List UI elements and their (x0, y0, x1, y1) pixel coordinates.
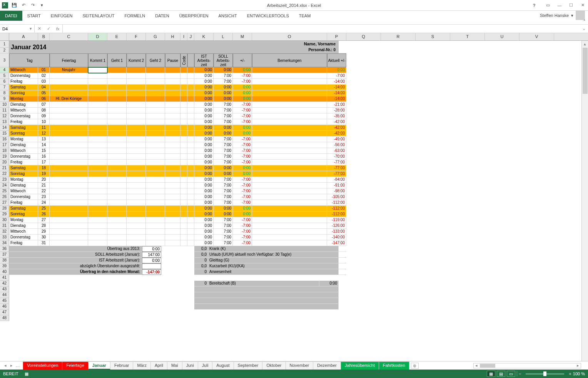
data-row[interactable]: Donnerstag160:007:00-7:00-70:00 (9, 154, 346, 160)
page-break-view-icon[interactable]: ▭ (507, 371, 515, 377)
col-header-H[interactable]: H (165, 33, 180, 40)
col-header-U[interactable]: U (485, 33, 520, 40)
ribbon-tab-team[interactable]: TEAM (294, 11, 316, 21)
row-header-8[interactable]: 8 (0, 90, 9, 96)
data-row[interactable]: Samstag180:000:000:00-77:00 (9, 165, 346, 171)
undo-icon[interactable]: ↶ (19, 1, 28, 10)
data-row[interactable]: Dienstag070:007:00-7:00-21:00 (9, 102, 346, 108)
row-header-29[interactable]: 29 (0, 211, 9, 217)
data-row[interactable]: Sonntag050:000:000:00-14:00 (9, 90, 346, 96)
add-sheet-button[interactable]: ⊕ (411, 363, 419, 369)
sheet-tab-mai[interactable]: Mai (167, 361, 182, 370)
data-row[interactable]: Mittwoch080:007:00-7:00-28:00 (9, 108, 346, 113)
save-icon[interactable]: 💾 (10, 1, 18, 10)
row-header-16[interactable]: 16 (0, 137, 9, 142)
ribbon-tab-einfügen[interactable]: EINFÜGEN (46, 11, 78, 21)
row-header-22[interactable]: 22 (0, 171, 9, 177)
horizontal-scrollbar[interactable]: ◂ ▸ (473, 363, 581, 368)
redo-icon[interactable]: ↷ (28, 1, 37, 10)
sheet-tab-jahresübersicht[interactable]: Jahresübersicht (341, 361, 379, 370)
sheet-tab-oktober[interactable]: Oktober (262, 361, 286, 370)
sheet-tab-märz[interactable]: März (133, 361, 150, 370)
data-row[interactable]: Freitag310:007:00-7:00-147:00 (9, 240, 346, 246)
worksheet-grid[interactable]: ABCDEFGHIJKLMOPQRSTUV 123456789101112131… (0, 33, 588, 361)
row-header-23[interactable]: 23 (0, 177, 9, 183)
row-header-7[interactable]: 7 (0, 85, 9, 90)
ribbon-tab-daten[interactable]: DATEN (150, 11, 174, 21)
row-header-17[interactable]: 17 (0, 142, 9, 148)
hscroll-right-icon[interactable]: ▸ (575, 363, 581, 368)
zoom-slider[interactable] (526, 373, 564, 375)
sheet-tab-august[interactable]: August (212, 361, 234, 370)
data-row[interactable]: Dienstag280:007:00-7:00-126:00 (9, 223, 346, 229)
row-header-40[interactable]: 40 (0, 269, 9, 275)
row-header-12[interactable]: 12 (0, 113, 9, 119)
col-header-D[interactable]: D (88, 33, 107, 40)
ribbon-tab-ansicht[interactable]: ANSICHT (213, 11, 242, 21)
cancel-formula-icon[interactable]: ✕ (35, 26, 44, 31)
data-row[interactable]: Sonntag190:000:000:00-77:00 (9, 171, 346, 177)
fx-icon[interactable]: fx (53, 27, 62, 31)
ribbon-tab-seitenlayout[interactable]: SEITENLAYOUT (77, 11, 119, 21)
col-header-Q[interactable]: Q (346, 33, 381, 40)
row-header-46[interactable]: 46 (0, 304, 9, 310)
row-header-10[interactable]: 10 (0, 102, 9, 108)
row-header-15[interactable]: 15 (0, 131, 9, 137)
row-header-37[interactable]: 37 (0, 252, 9, 258)
ribbon-display-icon[interactable]: ▭ (543, 1, 553, 10)
row-header-21[interactable]: 21 (0, 165, 9, 171)
name-box-dropdown-icon[interactable]: ▾ (30, 26, 32, 31)
row-header-3[interactable]: 3 (0, 53, 9, 67)
page-layout-view-icon[interactable]: ▤ (497, 371, 505, 377)
row-header-13[interactable]: 13 (0, 119, 9, 125)
tab-nav-menu-icon[interactable]: … (15, 363, 21, 368)
formula-input[interactable]: ⌄ (63, 25, 588, 33)
col-header-O[interactable]: O (252, 33, 327, 40)
data-row[interactable]: Sonntag120:000:000:00-42:00 (9, 131, 346, 137)
summary-value[interactable] (142, 263, 161, 269)
row-header-47[interactable]: 47 (0, 310, 9, 315)
row-header-36[interactable]: 36 (0, 246, 9, 252)
data-row[interactable]: Montag270:007:00-7:00-119:00 (9, 217, 346, 223)
row-header-6[interactable]: 6 (0, 79, 9, 85)
row-header-39[interactable]: 39 (0, 263, 9, 269)
data-row[interactable]: Mittwoch220:007:00-7:00-98:00 (9, 188, 346, 194)
active-cell[interactable] (88, 67, 107, 73)
name-box[interactable]: D4 ▾ (0, 25, 35, 33)
sheet-tab-april[interactable]: April (150, 361, 167, 370)
user-account[interactable]: Steffen Hanske▾ (540, 11, 585, 20)
row-header-43[interactable]: 43 (0, 286, 9, 292)
summary-value[interactable]: 0:00 (142, 246, 161, 252)
data-row[interactable]: Freitag170:007:00-7:00-77:00 (9, 160, 346, 165)
sheet-tab-voreinstellungen[interactable]: Voreinstellungen (23, 361, 62, 370)
zoom-in-icon[interactable]: + (569, 371, 571, 376)
tab-nav-next-icon[interactable]: ▸ (8, 363, 15, 368)
ribbon-tab-überprüfen[interactable]: ÜBERPRÜFEN (174, 11, 214, 21)
row-header-14[interactable]: 14 (0, 125, 9, 131)
help-icon[interactable]: ? (529, 1, 540, 10)
data-row[interactable]: Samstag040:000:000:00-14:00 (9, 85, 346, 90)
data-row[interactable]: Mittwoch150:007:00-7:00-63:00 (9, 148, 346, 154)
row-header-32[interactable]: 32 (0, 229, 9, 235)
row-header-25[interactable]: 25 (0, 188, 9, 194)
ribbon-tab-start[interactable]: START (22, 11, 46, 21)
row-header-42[interactable]: 42 (0, 281, 9, 286)
col-header-F[interactable]: F (127, 33, 146, 40)
row-header-45[interactable]: 45 (0, 298, 9, 304)
row-header-48[interactable]: 48 (0, 315, 9, 321)
sheet-tab-dezember[interactable]: Dezember (313, 361, 341, 370)
col-header-R[interactable]: R (381, 33, 416, 40)
expand-formula-icon[interactable]: ⌄ (582, 26, 586, 31)
data-row[interactable]: Montag200:007:00-7:00-84:00 (9, 177, 346, 183)
data-row[interactable]: Donnerstag020:007:00-7:00-7:00 (9, 73, 346, 79)
row-header-30[interactable]: 30 (0, 217, 9, 223)
data-row[interactable]: Samstag110:000:000:00-42:00 (9, 125, 346, 131)
excel-app-icon[interactable] (1, 1, 9, 10)
col-header-S[interactable]: S (416, 33, 450, 40)
sheet-tab-fahrtkosten[interactable]: Fahrtkosten (379, 361, 409, 370)
col-header-A[interactable]: A (9, 33, 38, 40)
tab-nav-prev-icon[interactable]: ◂ (2, 363, 8, 368)
scroll-up-icon[interactable]: ▴ (582, 41, 588, 47)
col-header-J[interactable]: J (187, 33, 194, 40)
col-header-P[interactable]: P (327, 33, 346, 40)
